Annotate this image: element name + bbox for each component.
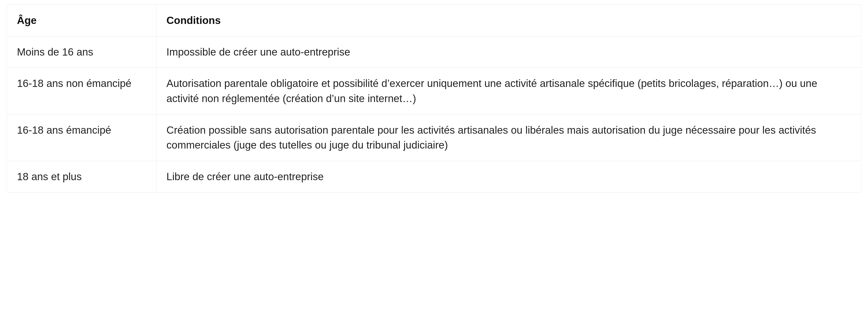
cell-age: Moins de 16 ans <box>7 36 156 68</box>
header-age: Âge <box>7 5 156 36</box>
cell-conditions: Création possible sans autorisation pare… <box>156 114 861 161</box>
page-container: Âge Conditions Moins de 16 ans Impossibl… <box>0 0 868 197</box>
cell-age: 16-18 ans non émancipé <box>7 68 156 114</box>
cell-conditions: Libre de créer une auto-entreprise <box>156 161 861 193</box>
table-row: Moins de 16 ans Impossible de créer une … <box>7 36 861 68</box>
table-row: 16-18 ans émancipé Création possible san… <box>7 114 861 161</box>
header-conditions: Conditions <box>156 5 861 36</box>
cell-conditions: Impossible de créer une auto-entreprise <box>156 36 861 68</box>
cell-conditions: Autorisation parentale obligatoire et po… <box>156 68 861 114</box>
cell-age: 18 ans et plus <box>7 161 156 193</box>
cell-age: 16-18 ans émancipé <box>7 114 156 161</box>
table-header-row: Âge Conditions <box>7 5 861 36</box>
conditions-table: Âge Conditions Moins de 16 ans Impossibl… <box>7 4 861 193</box>
table-row: 16-18 ans non émancipé Autorisation pare… <box>7 68 861 114</box>
table-row: 18 ans et plus Libre de créer une auto-e… <box>7 161 861 193</box>
